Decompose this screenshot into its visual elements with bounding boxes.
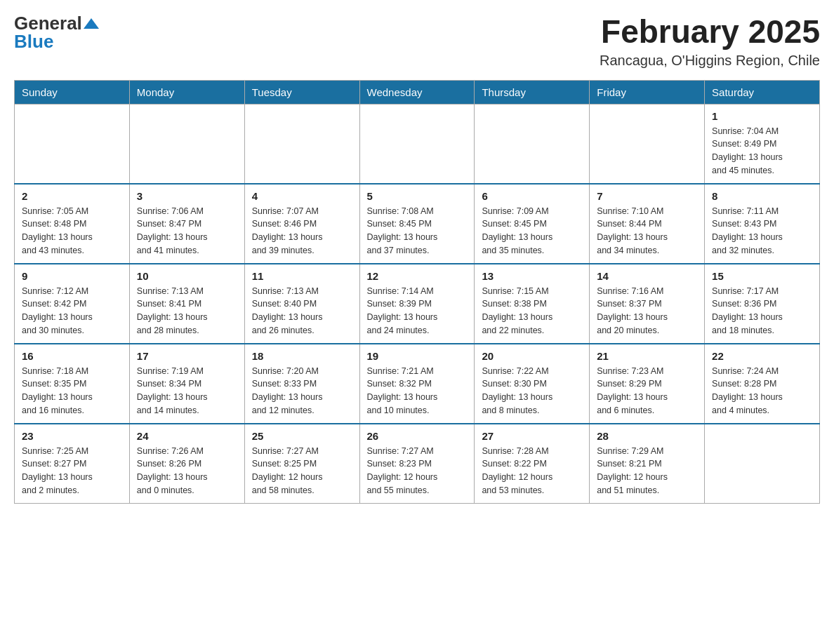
day-number: 18 [252,350,352,362]
week-row-1: 1Sunrise: 7:04 AMSunset: 8:49 PMDaylight… [15,104,820,184]
calendar-cell [475,104,590,184]
day-info: Sunrise: 7:20 AMSunset: 8:33 PMDaylight:… [252,365,352,417]
logo-arrow-icon [84,16,99,32]
day-info: Sunrise: 7:22 AMSunset: 8:30 PMDaylight:… [482,365,582,417]
calendar-cell [705,424,820,504]
calendar-cell: 10Sunrise: 7:13 AMSunset: 8:41 PMDayligh… [129,264,244,344]
day-number: 26 [367,430,468,442]
calendar-cell [15,104,130,184]
day-info: Sunrise: 7:25 AMSunset: 8:27 PMDaylight:… [22,445,122,497]
day-number: 3 [137,190,237,202]
day-info: Sunrise: 7:13 AMSunset: 8:40 PMDaylight:… [252,285,352,337]
day-info: Sunrise: 7:19 AMSunset: 8:34 PMDaylight:… [137,365,237,417]
calendar-cell: 11Sunrise: 7:13 AMSunset: 8:40 PMDayligh… [244,264,359,344]
calendar-cell: 22Sunrise: 7:24 AMSunset: 8:28 PMDayligh… [705,344,820,424]
day-info: Sunrise: 7:16 AMSunset: 8:37 PMDaylight:… [597,285,697,337]
calendar-cell: 16Sunrise: 7:18 AMSunset: 8:35 PMDayligh… [15,344,130,424]
logo-general-text: General [14,14,82,32]
calendar-cell: 12Sunrise: 7:14 AMSunset: 8:39 PMDayligh… [359,264,475,344]
month-title: February 2025 [600,14,820,50]
weekday-header-friday: Friday [590,80,705,104]
day-info: Sunrise: 7:15 AMSunset: 8:38 PMDaylight:… [482,285,582,337]
calendar-cell: 21Sunrise: 7:23 AMSunset: 8:29 PMDayligh… [590,344,705,424]
day-number: 19 [367,350,468,362]
day-number: 10 [137,270,237,282]
weekday-header-thursday: Thursday [475,80,590,104]
calendar-cell: 9Sunrise: 7:12 AMSunset: 8:42 PMDaylight… [15,264,130,344]
calendar-cell: 5Sunrise: 7:08 AMSunset: 8:45 PMDaylight… [359,184,475,264]
logo: General Blue [14,14,99,51]
day-number: 8 [712,190,812,202]
calendar-cell [359,104,475,184]
calendar-cell: 4Sunrise: 7:07 AMSunset: 8:46 PMDaylight… [244,184,359,264]
day-number: 25 [252,430,352,442]
day-info: Sunrise: 7:06 AMSunset: 8:47 PMDaylight:… [137,205,237,257]
day-number: 2 [22,190,122,202]
day-info: Sunrise: 7:10 AMSunset: 8:44 PMDaylight:… [597,205,697,257]
day-number: 7 [597,190,697,202]
calendar-cell: 24Sunrise: 7:26 AMSunset: 8:26 PMDayligh… [129,424,244,504]
day-info: Sunrise: 7:17 AMSunset: 8:36 PMDaylight:… [712,285,812,337]
day-number: 23 [22,430,122,442]
calendar-cell: 1Sunrise: 7:04 AMSunset: 8:49 PMDaylight… [705,104,820,184]
page-header: General Blue February 2025 Rancagua, O'H… [14,14,820,69]
day-number: 16 [22,350,122,362]
day-info: Sunrise: 7:04 AMSunset: 8:49 PMDaylight:… [712,125,812,177]
day-number: 24 [137,430,237,442]
day-number: 21 [597,350,697,362]
calendar-cell [590,104,705,184]
day-number: 28 [597,430,697,442]
calendar-cell: 19Sunrise: 7:21 AMSunset: 8:32 PMDayligh… [359,344,475,424]
calendar-cell: 17Sunrise: 7:19 AMSunset: 8:34 PMDayligh… [129,344,244,424]
weekday-header-tuesday: Tuesday [244,80,359,104]
day-info: Sunrise: 7:05 AMSunset: 8:48 PMDaylight:… [22,205,122,257]
logo-blue-text: Blue [14,32,53,51]
week-row-4: 16Sunrise: 7:18 AMSunset: 8:35 PMDayligh… [15,344,820,424]
calendar-cell: 3Sunrise: 7:06 AMSunset: 8:47 PMDaylight… [129,184,244,264]
day-number: 12 [367,270,468,282]
day-number: 11 [252,270,352,282]
day-info: Sunrise: 7:24 AMSunset: 8:28 PMDaylight:… [712,365,812,417]
day-info: Sunrise: 7:27 AMSunset: 8:23 PMDaylight:… [367,445,468,497]
calendar-cell: 27Sunrise: 7:28 AMSunset: 8:22 PMDayligh… [475,424,590,504]
day-info: Sunrise: 7:26 AMSunset: 8:26 PMDaylight:… [137,445,237,497]
day-number: 4 [252,190,352,202]
day-number: 20 [482,350,582,362]
calendar-cell: 26Sunrise: 7:27 AMSunset: 8:23 PMDayligh… [359,424,475,504]
day-info: Sunrise: 7:28 AMSunset: 8:22 PMDaylight:… [482,445,582,497]
day-info: Sunrise: 7:11 AMSunset: 8:43 PMDaylight:… [712,205,812,257]
calendar-cell: 18Sunrise: 7:20 AMSunset: 8:33 PMDayligh… [244,344,359,424]
calendar-cell: 23Sunrise: 7:25 AMSunset: 8:27 PMDayligh… [15,424,130,504]
day-info: Sunrise: 7:27 AMSunset: 8:25 PMDaylight:… [252,445,352,497]
day-number: 15 [712,270,812,282]
day-info: Sunrise: 7:18 AMSunset: 8:35 PMDaylight:… [22,365,122,417]
title-block: February 2025 Rancagua, O'Higgins Region… [600,14,820,69]
day-info: Sunrise: 7:07 AMSunset: 8:46 PMDaylight:… [252,205,352,257]
day-info: Sunrise: 7:14 AMSunset: 8:39 PMDaylight:… [367,285,468,337]
weekday-header-saturday: Saturday [705,80,820,104]
calendar-cell: 7Sunrise: 7:10 AMSunset: 8:44 PMDaylight… [590,184,705,264]
calendar-cell: 13Sunrise: 7:15 AMSunset: 8:38 PMDayligh… [475,264,590,344]
day-info: Sunrise: 7:21 AMSunset: 8:32 PMDaylight:… [367,365,468,417]
calendar-cell [129,104,244,184]
week-row-5: 23Sunrise: 7:25 AMSunset: 8:27 PMDayligh… [15,424,820,504]
day-number: 22 [712,350,812,362]
day-info: Sunrise: 7:29 AMSunset: 8:21 PMDaylight:… [597,445,697,497]
week-row-3: 9Sunrise: 7:12 AMSunset: 8:42 PMDaylight… [15,264,820,344]
location-title: Rancagua, O'Higgins Region, Chile [600,53,820,69]
calendar-cell: 14Sunrise: 7:16 AMSunset: 8:37 PMDayligh… [590,264,705,344]
calendar-cell: 15Sunrise: 7:17 AMSunset: 8:36 PMDayligh… [705,264,820,344]
svg-marker-0 [84,18,99,29]
calendar-cell: 8Sunrise: 7:11 AMSunset: 8:43 PMDaylight… [705,184,820,264]
day-number: 6 [482,190,582,202]
day-number: 5 [367,190,468,202]
day-info: Sunrise: 7:13 AMSunset: 8:41 PMDaylight:… [137,285,237,337]
day-number: 27 [482,430,582,442]
weekday-header-wednesday: Wednesday [359,80,475,104]
calendar-cell: 25Sunrise: 7:27 AMSunset: 8:25 PMDayligh… [244,424,359,504]
calendar-cell [244,104,359,184]
calendar-cell: 28Sunrise: 7:29 AMSunset: 8:21 PMDayligh… [590,424,705,504]
day-number: 13 [482,270,582,282]
weekday-header-monday: Monday [129,80,244,104]
calendar-cell: 20Sunrise: 7:22 AMSunset: 8:30 PMDayligh… [475,344,590,424]
